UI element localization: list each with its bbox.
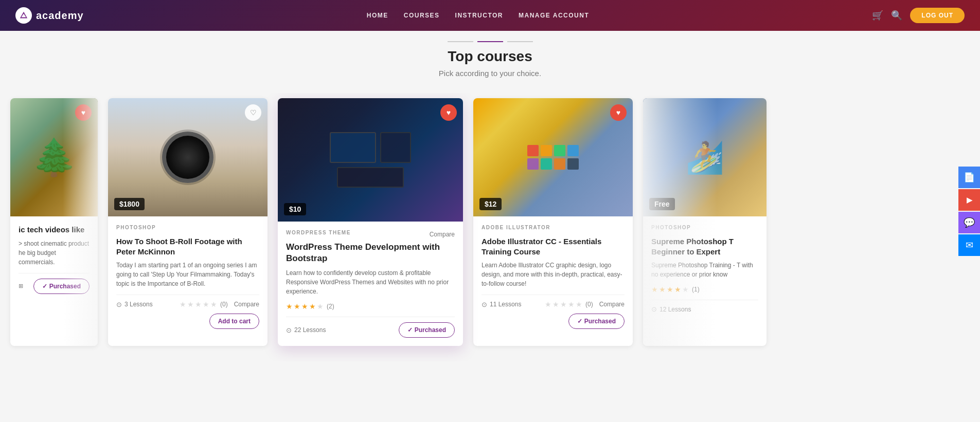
clock-icon-5: ⊙ xyxy=(651,305,657,313)
rating-3: ★ ★ ★ ★ ★ (2) xyxy=(286,302,455,310)
course-card-2: $1800 ♡ PHOTOSHOP How To Shoot B-Roll Fo… xyxy=(108,98,268,346)
divider-right xyxy=(507,41,533,42)
price-badge-4: $12 xyxy=(479,198,502,210)
card-footer-3: ⊙ 22 Lessons ✓ Purchased xyxy=(286,317,455,338)
messenger-widget[interactable]: ✉ xyxy=(958,234,980,256)
chat-widget[interactable]: 💬 xyxy=(958,212,980,233)
purchased-button-3[interactable]: ✓ Purchased xyxy=(399,322,455,338)
rating-count-3: (2) xyxy=(327,303,334,310)
card-title-3: WordPress Theme Development with Bootstr… xyxy=(286,242,455,264)
lessons-info-5: ⊙ 12 Lessons xyxy=(651,305,691,313)
nav-courses[interactable]: COURSES xyxy=(404,12,440,19)
course-card-4: $12 ♥ ADOBE ILLUSTRATOR Adobe Illustrato… xyxy=(473,98,633,346)
card-top-row-4: ADOBE ILLUSTRATOR xyxy=(482,225,625,233)
cart-icon[interactable]: 🛒 xyxy=(872,10,883,21)
compare-button-3[interactable]: Compare xyxy=(430,231,455,238)
card-title-2: How To Shoot B-Roll Footage with Peter M… xyxy=(116,236,259,256)
lessons-count-5: 12 Lessons xyxy=(660,306,691,313)
card-top-row-2: PHOTOSHOP xyxy=(116,225,259,233)
card-category-2: PHOTOSHOP xyxy=(116,225,156,230)
main-content: Top courses Pick according to your choic… xyxy=(0,31,980,382)
card-desc-1: > shoot cinematic producthe big budget c… xyxy=(19,239,90,267)
wishlist-button-3[interactable]: ♥ xyxy=(440,104,457,121)
card-image-2: $1800 ♡ xyxy=(108,98,268,216)
logo-link[interactable]: academy xyxy=(15,7,84,24)
logout-button[interactable]: LOG OUT xyxy=(910,8,965,23)
section-subtitle: Pick according to your choice. xyxy=(0,69,980,78)
section-header: Top courses Pick according to your choic… xyxy=(0,41,980,78)
stars-3: ★ ★ ★ ★ ★ xyxy=(286,302,324,310)
divider-accent xyxy=(477,41,503,42)
card-title-4: Adobe Illustrator CC - Essentials Traini… xyxy=(482,236,625,256)
card-footer-2: ⊙ 3 Lessons ★ ★ ★ ★ ★ xyxy=(116,295,259,308)
rating-2: ★ ★ ★ ★ ★ (0) xyxy=(180,300,228,308)
course-card-3: $10 ♥ WORDPRESS THEME Compare WordPress … xyxy=(278,98,463,346)
price-badge-2: $1800 xyxy=(114,198,145,210)
purchased-button-1[interactable]: ✓ Purchased xyxy=(33,279,90,294)
course-card-5: 🏄 Free PHOTOSHOP Supreme Photoshop T Beg… xyxy=(643,98,767,346)
nav-home[interactable]: HOME xyxy=(367,12,388,19)
compare-icon-1: ⊞ xyxy=(19,283,23,289)
card-image-3: $10 ♥ xyxy=(278,98,463,222)
section-divider xyxy=(0,41,980,42)
lessons-info-2: ⊙ 3 Lessons xyxy=(116,301,153,308)
card-body-3: WORDPRESS THEME Compare WordPress Theme … xyxy=(278,222,463,346)
card-body-5: PHOTOSHOP Supreme Photoshop T Beginner t… xyxy=(643,216,767,321)
rating-count-4: (0) xyxy=(585,301,593,308)
lessons-count-4: 11 Lessons xyxy=(490,301,521,308)
card-category-5: PHOTOSHOP xyxy=(651,225,691,230)
wishlist-button-4[interactable]: ♥ xyxy=(610,104,627,121)
card-desc-3: Learn how to confidently develop custom … xyxy=(286,268,455,296)
stars-5: ★ ★ ★ ★ ★ xyxy=(651,285,689,293)
lessons-count-2: 3 Lessons xyxy=(124,301,153,308)
lessons-info-3: ⊙ 22 Lessons xyxy=(286,326,326,334)
youtube-widget[interactable]: ▶ xyxy=(958,189,980,211)
card-body-1: ic tech videos like > shoot cinematic pr… xyxy=(10,216,98,302)
lessons-info-4: ⊙ 11 Lessons xyxy=(482,301,521,308)
stars-4: ★ ★ ★ ★ ★ xyxy=(545,300,582,308)
clock-icon-2: ⊙ xyxy=(116,301,122,308)
card-desc-2: Today I am starting part 1 of an ongoing… xyxy=(116,261,259,288)
card-category-3: WORDPRESS THEME xyxy=(286,230,351,235)
compare-button-2[interactable]: Compare xyxy=(234,301,259,308)
card-body-4: ADOBE ILLUSTRATOR Adobe Illustrator CC -… xyxy=(473,216,633,337)
rating-count-2: (0) xyxy=(220,301,228,308)
main-nav: HOME COURSES INSTRUCTOR MANAGE ACCOUNT xyxy=(367,12,590,19)
card-title-1: ic tech videos like xyxy=(19,225,90,235)
document-widget[interactable]: 📄 xyxy=(958,167,980,188)
rating-4: ★ ★ ★ ★ ★ (0) xyxy=(545,300,593,308)
header-actions: 🛒 🔍 LOG OUT xyxy=(872,8,965,23)
clock-icon-4: ⊙ xyxy=(482,301,487,308)
purchased-button-4[interactable]: ✓ Purchased xyxy=(568,314,625,329)
add-to-cart-button-2[interactable]: Add to cart xyxy=(209,314,259,329)
compare-button-4[interactable]: Compare xyxy=(599,301,625,308)
card-desc-5: Supreme Photoshop Training - T with no e… xyxy=(651,261,758,279)
lessons-count-3: 22 Lessons xyxy=(294,326,326,334)
card-footer-1: ⊞ ✓ Purchased xyxy=(19,273,90,294)
side-widgets: 📄 ▶ 💬 ✉ xyxy=(958,167,980,256)
nav-instructor[interactable]: INSTRUCTOR xyxy=(455,12,503,19)
logo-icon xyxy=(15,7,32,24)
course-image-3 xyxy=(278,98,463,222)
logo-text: academy xyxy=(36,10,84,22)
card-footer-5: ⊙ 12 Lessons xyxy=(651,300,758,313)
card-footer-4: ⊙ 11 Lessons ★ ★ ★ ★ ★ xyxy=(482,295,625,308)
clock-icon-3: ⊙ xyxy=(286,326,292,334)
courses-carousel: 🌲 ♥ ic tech videos like > shoot cinemati… xyxy=(0,93,980,361)
price-badge-5: Free xyxy=(649,198,675,210)
search-icon[interactable]: 🔍 xyxy=(891,10,902,21)
card-title-5: Supreme Photoshop T Beginner to Expert xyxy=(651,236,758,256)
nav-manage-account[interactable]: MANAGE ACCOUNT xyxy=(519,12,589,19)
wishlist-button-1[interactable]: ♥ xyxy=(75,104,92,121)
card-top-row-5: PHOTOSHOP xyxy=(651,225,758,233)
wishlist-button-2[interactable]: ♡ xyxy=(245,104,261,121)
section-title: Top courses xyxy=(0,48,980,65)
card-body-2: PHOTOSHOP How To Shoot B-Roll Footage wi… xyxy=(108,216,268,337)
card-desc-4: Learn Adobe Illustrator CC graphic desig… xyxy=(482,261,625,288)
price-badge-3: $10 xyxy=(284,203,306,215)
card-top-row-3: WORDPRESS THEME Compare xyxy=(286,230,455,238)
divider-left xyxy=(448,41,473,42)
rating-count-5: (1) xyxy=(692,286,700,293)
courses-row: 🌲 ♥ ic tech videos like > shoot cinemati… xyxy=(0,93,980,351)
lens-image xyxy=(162,132,213,183)
